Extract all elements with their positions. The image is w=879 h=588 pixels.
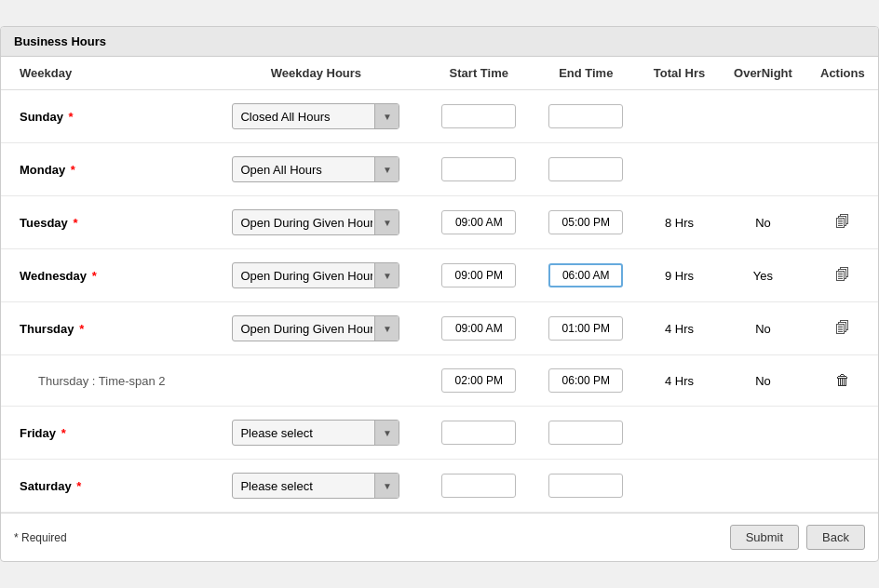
- start-time-cell: [426, 143, 533, 196]
- hours-type-cell: Please selectClosed All HoursOpen All Ho…: [207, 302, 426, 355]
- table-row: Friday *Please selectClosed All HoursOpe…: [1, 407, 878, 460]
- copy-icon[interactable]: 🗐: [835, 320, 850, 336]
- end-time-cell: [533, 302, 640, 355]
- total-hrs-cell: 9 Hrs: [640, 249, 720, 302]
- day-label: Wednesday: [20, 269, 87, 283]
- day-cell: Sunday *: [1, 90, 207, 143]
- end-time-cell: [533, 143, 640, 196]
- hours-type-select[interactable]: Please selectClosed All HoursOpen All Ho…: [233, 316, 399, 341]
- overnight-cell: [719, 143, 806, 196]
- business-hours-panel: Business Hours Weekday Weekday Hours Sta…: [0, 26, 879, 562]
- start-time-cell: [426, 407, 533, 460]
- actions-cell: [807, 407, 878, 460]
- total-hrs-cell: [640, 90, 720, 143]
- start-time-cell: [426, 460, 533, 513]
- subrow-label: Thursday : Time-span 2: [1, 355, 207, 407]
- end-time-input[interactable]: [548, 263, 623, 287]
- subrow-start-time-cell: [426, 355, 533, 407]
- col-start-time: Start Time: [426, 57, 533, 90]
- end-time-input[interactable]: [548, 104, 623, 128]
- required-star: *: [70, 216, 78, 230]
- day-label: Thursday: [20, 322, 74, 336]
- actions-cell: [807, 90, 878, 143]
- hours-type-select[interactable]: Please selectClosed All HoursOpen All Ho…: [233, 421, 399, 445]
- col-actions: Actions: [807, 57, 878, 90]
- overnight-cell: No: [719, 196, 806, 249]
- actions-cell: 🗐: [807, 196, 878, 249]
- start-time-input[interactable]: [441, 474, 516, 498]
- back-button[interactable]: Back: [806, 525, 865, 550]
- total-hrs-cell: [640, 407, 720, 460]
- hours-type-select[interactable]: Please selectClosed All HoursOpen All Ho…: [233, 157, 399, 181]
- start-time-input[interactable]: [441, 263, 516, 287]
- start-time-cell: [426, 196, 533, 249]
- hours-type-select-wrapper[interactable]: Please selectClosed All HoursOpen All Ho…: [232, 209, 399, 235]
- start-time-cell: [426, 302, 533, 355]
- hours-type-select-wrapper[interactable]: Please selectClosed All HoursOpen All Ho…: [232, 420, 399, 446]
- overnight-cell: Yes: [719, 249, 806, 302]
- hours-type-select[interactable]: Please selectClosed All HoursOpen All Ho…: [233, 210, 399, 234]
- end-time-input[interactable]: [548, 210, 623, 234]
- panel-title: Business Hours: [1, 27, 878, 57]
- subrow-end-time-cell: [533, 355, 640, 407]
- hours-type-select-wrapper[interactable]: Please selectClosed All HoursOpen All Ho…: [232, 103, 399, 129]
- table-row: Wednesday *Please selectClosed All Hours…: [1, 249, 878, 302]
- hours-type-select-wrapper[interactable]: Please selectClosed All HoursOpen All Ho…: [232, 262, 399, 288]
- end-time-input[interactable]: [548, 157, 623, 181]
- hours-type-select-wrapper[interactable]: Please selectClosed All HoursOpen All Ho…: [232, 156, 399, 182]
- col-total-hrs: Total Hrs: [640, 57, 720, 90]
- start-time-cell: [426, 249, 533, 302]
- footer-buttons: Submit Back: [730, 525, 865, 550]
- footer: * Required Submit Back: [1, 513, 878, 561]
- copy-icon[interactable]: 🗐: [835, 267, 850, 283]
- actions-cell: 🗐: [807, 302, 878, 355]
- required-star: *: [65, 110, 74, 124]
- end-time-cell: [533, 90, 640, 143]
- table-row: Thursday *Please selectClosed All HoursO…: [1, 302, 878, 355]
- delete-icon[interactable]: 🗑: [835, 372, 850, 388]
- hours-type-select[interactable]: Please selectClosed All HoursOpen All Ho…: [233, 263, 399, 287]
- start-time-input[interactable]: [441, 104, 516, 128]
- hours-type-select-wrapper[interactable]: Please selectClosed All HoursOpen All Ho…: [232, 315, 399, 341]
- hours-type-select-wrapper[interactable]: Please selectClosed All HoursOpen All Ho…: [232, 473, 399, 499]
- hours-type-select[interactable]: Please selectClosed All HoursOpen All Ho…: [233, 474, 399, 498]
- start-time-input[interactable]: [441, 210, 516, 234]
- total-hrs-cell: [640, 143, 720, 196]
- end-time-input[interactable]: [548, 421, 623, 445]
- hours-type-cell: Please selectClosed All HoursOpen All Ho…: [207, 249, 426, 302]
- day-cell: Monday *: [1, 143, 207, 196]
- end-time-input[interactable]: [548, 316, 623, 341]
- required-star: *: [74, 479, 82, 493]
- subrow-start-time-input[interactable]: [441, 368, 516, 393]
- table-row: Tuesday *Please selectClosed All HoursOp…: [1, 196, 878, 249]
- hours-type-cell: Please selectClosed All HoursOpen All Ho…: [207, 90, 426, 143]
- total-hrs-cell: 4 Hrs: [640, 302, 720, 355]
- end-time-cell: [533, 460, 640, 513]
- subrow-end-time-input[interactable]: [548, 368, 623, 393]
- sub-table-row: Thursday : Time-span 24 HrsNo🗑: [1, 355, 878, 407]
- hours-type-select[interactable]: Please selectClosed All HoursOpen All Ho…: [233, 104, 399, 128]
- overnight-cell: [719, 90, 806, 143]
- start-time-input[interactable]: [441, 157, 516, 181]
- end-time-input[interactable]: [548, 474, 623, 498]
- subrow-actions-cell: 🗑: [807, 355, 878, 407]
- day-label: Sunday: [20, 110, 63, 124]
- actions-cell: 🗐: [807, 249, 878, 302]
- required-star: *: [76, 322, 85, 336]
- start-time-input[interactable]: [441, 316, 516, 341]
- total-hrs-cell: [640, 460, 720, 513]
- overnight-cell: [719, 407, 806, 460]
- day-cell: Saturday *: [1, 460, 207, 513]
- start-time-input[interactable]: [441, 421, 516, 445]
- col-overnight: OverNight: [719, 57, 806, 90]
- table-row: Sunday *Please selectClosed All HoursOpe…: [1, 90, 878, 143]
- hours-type-cell: Please selectClosed All HoursOpen All Ho…: [207, 460, 426, 513]
- required-note: * Required: [14, 531, 67, 544]
- overnight-cell: [719, 460, 806, 513]
- day-cell: Tuesday *: [1, 196, 207, 249]
- actions-cell: [807, 143, 878, 196]
- submit-button[interactable]: Submit: [730, 525, 799, 550]
- hours-type-cell: Please selectClosed All HoursOpen All Ho…: [207, 196, 426, 249]
- copy-icon[interactable]: 🗐: [835, 214, 850, 230]
- required-star: *: [88, 269, 97, 283]
